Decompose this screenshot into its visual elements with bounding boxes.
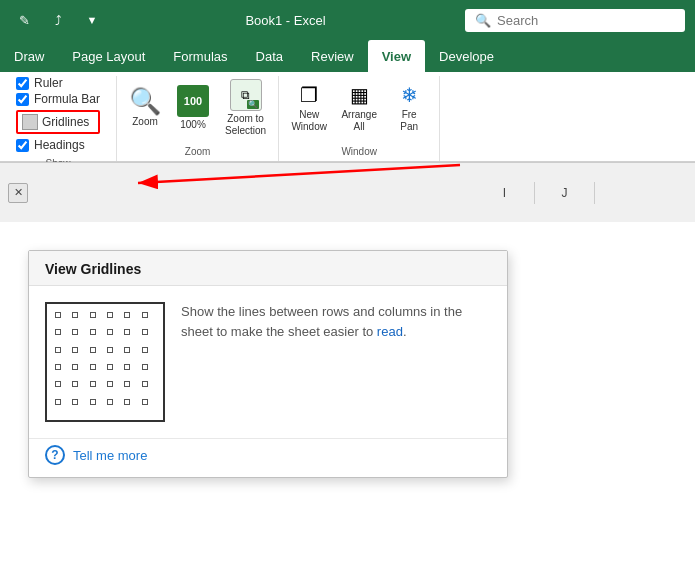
title-bar-icons: ✎ ⤴ ▼ <box>10 6 106 34</box>
search-icon: 🔍 <box>475 13 491 28</box>
zoom-btn-label: Zoom <box>132 116 158 128</box>
app-title: Book1 - Excel <box>106 13 465 28</box>
search-input[interactable] <box>497 13 657 28</box>
tell-me-more-link[interactable]: Tell me more <box>73 448 147 463</box>
window-group-content: ❐ NewWindow ▦ ArrangeAll ❄ FrePan <box>287 76 431 144</box>
tooltip-body: Show the lines between rows and columns … <box>29 286 507 438</box>
headings-checkbox-row: Headings <box>16 138 100 152</box>
show-group-content: Ruler Formula Bar Gridlines Headings <box>16 76 100 156</box>
gridlines-box-icon <box>22 114 38 130</box>
gridlines-highlight-box: Gridlines <box>16 110 100 134</box>
close-tooltip-button[interactable]: ✕ <box>8 183 28 203</box>
show-group: Ruler Formula Bar Gridlines Headings Sho… <box>0 76 117 161</box>
freeze-panes-label: FrePan <box>400 109 418 133</box>
formulabar-checkbox[interactable] <box>16 93 29 106</box>
ribbon-body: Ruler Formula Bar Gridlines Headings Sho… <box>0 72 695 162</box>
tab-developer[interactable]: Develope <box>425 40 508 72</box>
tooltip-footer: ? Tell me more <box>29 438 507 477</box>
window-group: ❐ NewWindow ▦ ArrangeAll ❄ FrePan Window <box>279 76 440 161</box>
new-window-icon: ❐ <box>300 83 318 107</box>
tab-view[interactable]: View <box>368 40 425 72</box>
tab-draw[interactable]: Draw <box>0 40 58 72</box>
help-icon[interactable]: ? <box>45 445 65 465</box>
zoom-group-content: 🔍 Zoom 100 100% ⧉ 🔍 Zoom toSelection <box>125 76 270 144</box>
tab-review[interactable]: Review <box>297 40 368 72</box>
zoom100-btn-label: 100% <box>180 119 206 131</box>
tooltip-description: Show the lines between rows and columns … <box>181 302 491 341</box>
new-window-button[interactable]: ❐ NewWindow <box>287 81 331 135</box>
customize-icon[interactable]: ▼ <box>78 6 106 34</box>
quick-access-icon[interactable]: ✎ <box>10 6 38 34</box>
formulabar-checkbox-row: Formula Bar <box>16 92 100 106</box>
zoom100-button[interactable]: 100 100% <box>173 83 213 133</box>
title-bar: ✎ ⤴ ▼ Book1 - Excel 🔍 <box>0 0 695 40</box>
freeze-panes-icon: ❄ <box>401 83 418 107</box>
zoom100-icon: 100 <box>177 85 209 117</box>
zoom-group: 🔍 Zoom 100 100% ⧉ 🔍 Zoom toSelection Zoo… <box>117 76 279 161</box>
tooltip-popup: View Gridlines Show the lines between ro… <box>28 250 508 478</box>
new-window-label: NewWindow <box>291 109 327 133</box>
col-header-j: J <box>535 182 595 204</box>
freeze-panes-button[interactable]: ❄ FrePan <box>387 81 431 135</box>
undo-icon[interactable]: ⤴ <box>44 6 72 34</box>
ruler-checkbox-row: Ruler <box>16 76 100 90</box>
window-group-label: Window <box>287 144 431 161</box>
tooltip-highlight-read: read <box>377 324 403 339</box>
tooltip-title: View Gridlines <box>29 251 507 286</box>
zoom-selection-icon: ⧉ 🔍 <box>230 79 262 111</box>
tab-data[interactable]: Data <box>242 40 297 72</box>
arrange-all-label: ArrangeAll <box>341 109 377 133</box>
headings-label: Headings <box>34 138 85 152</box>
tab-page-layout[interactable]: Page Layout <box>58 40 159 72</box>
gridlines-label: Gridlines <box>42 115 89 129</box>
arrange-all-icon: ▦ <box>350 83 369 107</box>
search-box[interactable]: 🔍 <box>465 9 685 32</box>
zoom-sel-btn-label: Zoom toSelection <box>225 113 266 137</box>
zoom-button[interactable]: 🔍 Zoom <box>125 86 165 130</box>
zoom-icon: 🔍 <box>129 88 161 114</box>
ribbon-tabs: Draw Page Layout Formulas Data Review Vi… <box>0 40 695 72</box>
zoom-group-label: Zoom <box>125 144 270 161</box>
ruler-label: Ruler <box>34 76 63 90</box>
ruler-checkbox[interactable] <box>16 77 29 90</box>
formulabar-label: Formula Bar <box>34 92 100 106</box>
arrange-all-button[interactable]: ▦ ArrangeAll <box>337 81 381 135</box>
col-header-i: I <box>475 182 535 204</box>
tab-formulas[interactable]: Formulas <box>159 40 241 72</box>
headings-checkbox[interactable] <box>16 139 29 152</box>
tooltip-gridlines-image <box>45 302 165 422</box>
sheet-area: ✕ I J <box>0 162 695 222</box>
zoom-selection-button[interactable]: ⧉ 🔍 Zoom toSelection <box>221 77 270 139</box>
